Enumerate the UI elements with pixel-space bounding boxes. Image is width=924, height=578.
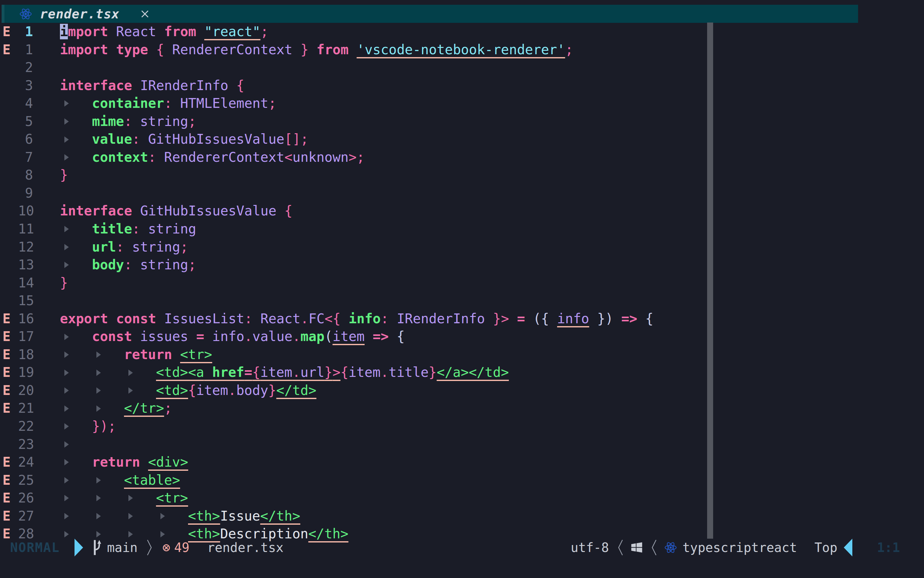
code-line[interactable]: E1import React from "react"; bbox=[0, 23, 707, 41]
gutter-sign: E bbox=[0, 399, 18, 417]
code-line[interactable]: 14} bbox=[0, 274, 707, 292]
indent-marker-icon bbox=[60, 328, 92, 346]
token: }); bbox=[92, 419, 116, 434]
token: item bbox=[261, 365, 292, 380]
token: HTMLElement bbox=[180, 96, 268, 111]
token bbox=[132, 329, 140, 344]
indent-marker-icon bbox=[60, 238, 92, 257]
line-number: 13 bbox=[18, 256, 33, 274]
line-number: 22 bbox=[18, 417, 33, 435]
code-line[interactable]: 5mime: string; bbox=[0, 113, 707, 131]
code-line[interactable]: 13body: string; bbox=[0, 256, 707, 274]
gutter-sign: E bbox=[0, 23, 18, 41]
token: info bbox=[348, 311, 380, 326]
token: = bbox=[517, 311, 525, 326]
code-line[interactable]: E25<table> bbox=[0, 471, 707, 489]
token: body bbox=[92, 257, 124, 273]
code-line[interactable]: E26<tr> bbox=[0, 489, 707, 507]
token: }) bbox=[597, 311, 613, 326]
token: value bbox=[92, 132, 132, 147]
token: } bbox=[301, 42, 309, 57]
indent-marker-icon bbox=[124, 507, 156, 525]
code-line[interactable]: 7context: RendererContext<unknown>; bbox=[0, 148, 707, 167]
token bbox=[164, 42, 172, 57]
code-line[interactable]: E20<td>{item.body}</td> bbox=[0, 382, 707, 400]
code-line[interactable]: 9 bbox=[0, 184, 707, 202]
gutter-sign: E bbox=[0, 471, 18, 489]
token: <td> bbox=[156, 383, 188, 398]
code-line[interactable]: 12url: string; bbox=[0, 238, 707, 257]
code-line[interactable]: 3interface IRenderInfo { bbox=[0, 77, 707, 95]
code-line[interactable]: 6value: GitHubIssuesValue[]; bbox=[0, 130, 707, 148]
code-line[interactable]: E17const issues = info.value.map(item =>… bbox=[0, 328, 707, 346]
indent-marker-icon bbox=[124, 364, 156, 382]
line-number: 2 bbox=[18, 59, 33, 77]
indent-marker-icon bbox=[92, 399, 124, 417]
indent-marker-icon bbox=[60, 94, 92, 113]
code-text: </tr>; bbox=[60, 399, 172, 417]
line-number: 9 bbox=[18, 184, 33, 202]
token: { bbox=[396, 329, 405, 344]
code-line[interactable]: 8} bbox=[0, 166, 707, 184]
code-line[interactable]: E1import type { RendererContext } from '… bbox=[0, 41, 707, 59]
token bbox=[485, 311, 493, 326]
code-line[interactable]: 2 bbox=[0, 59, 707, 77]
token: info bbox=[557, 311, 589, 326]
token: ; bbox=[180, 239, 188, 255]
code-line[interactable]: 11title: string bbox=[0, 220, 707, 238]
token: IRenderInfo bbox=[140, 78, 228, 93]
token: ; bbox=[268, 96, 276, 111]
indent-marker-icon bbox=[60, 382, 92, 400]
line-number: 16 bbox=[18, 310, 33, 328]
token: } bbox=[324, 365, 332, 380]
line-number: 25 bbox=[18, 471, 33, 489]
token bbox=[172, 96, 180, 111]
line-number: 23 bbox=[18, 435, 33, 454]
code-line[interactable]: 4container: HTMLElement; bbox=[0, 94, 707, 113]
tab-title[interactable]: render.tsx bbox=[40, 6, 120, 21]
token bbox=[124, 239, 132, 255]
code-line[interactable]: 15 bbox=[0, 292, 707, 310]
token: map bbox=[301, 329, 325, 344]
code-line[interactable]: E24return <div> bbox=[0, 453, 707, 471]
token: . bbox=[380, 365, 388, 380]
token: => bbox=[621, 311, 638, 326]
code-line[interactable]: E19<td><a href={item.url}>{item.title}</… bbox=[0, 364, 707, 382]
token: { bbox=[252, 365, 260, 380]
code-line[interactable]: E21</tr>; bbox=[0, 399, 707, 417]
token: ; bbox=[357, 149, 365, 165]
token: <table> bbox=[124, 472, 180, 488]
tab-close-icon[interactable] bbox=[140, 9, 150, 19]
code-line[interactable]: E18return <tr> bbox=[0, 346, 707, 364]
token: unknown bbox=[292, 149, 348, 165]
token bbox=[509, 311, 517, 326]
token: : bbox=[132, 221, 140, 237]
gutter-sign bbox=[0, 256, 18, 274]
gutter-sign bbox=[0, 59, 18, 77]
diagnostics-count: 49 bbox=[174, 540, 189, 555]
token: . bbox=[301, 311, 309, 326]
token: value bbox=[252, 329, 292, 344]
code-line[interactable]: E16export const IssuesList: React.FC<{ i… bbox=[0, 310, 707, 328]
token: </th> bbox=[261, 508, 300, 524]
token: const bbox=[92, 329, 132, 344]
token: container bbox=[92, 96, 164, 111]
indent-marker-icon bbox=[60, 148, 92, 167]
token: IssuesList bbox=[164, 311, 244, 326]
encoding: utf-8 bbox=[571, 540, 609, 555]
line-number: 26 bbox=[18, 489, 33, 507]
code-line[interactable]: E27<th>Issue</th> bbox=[0, 507, 707, 525]
code-line[interactable]: 10interface GitHubIssuesValue { bbox=[0, 202, 707, 220]
scrollbar[interactable] bbox=[707, 23, 713, 539]
token: ; bbox=[261, 24, 268, 39]
token bbox=[613, 311, 621, 326]
token bbox=[132, 114, 140, 129]
indent-marker-icon bbox=[60, 435, 92, 454]
code-line[interactable]: 23 bbox=[0, 435, 707, 454]
indent-marker-icon bbox=[60, 256, 92, 274]
token: info bbox=[212, 329, 244, 344]
token bbox=[252, 311, 261, 326]
code-line[interactable]: 22}); bbox=[0, 417, 707, 435]
token bbox=[525, 311, 533, 326]
code-text: container: HTMLElement; bbox=[60, 94, 277, 113]
